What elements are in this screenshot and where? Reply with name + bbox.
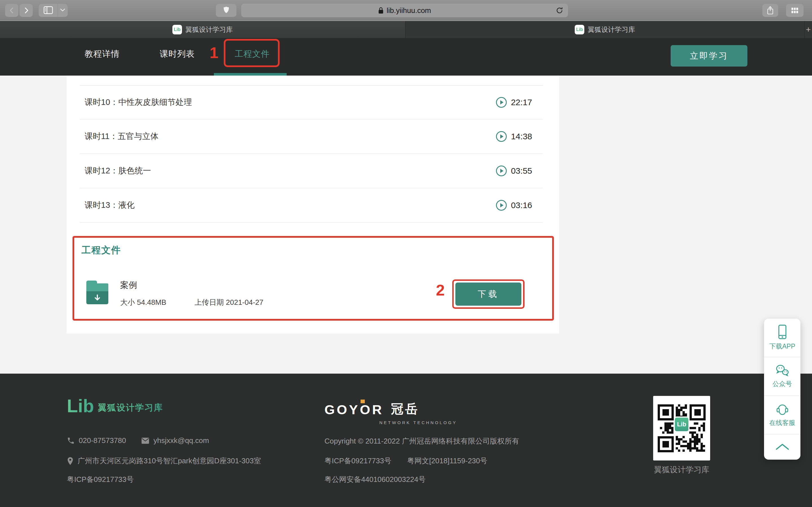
tab-overview-button[interactable] [786, 4, 804, 17]
play-icon[interactable] [496, 200, 507, 211]
floating-action-menu: 下载APP 公众号 在线客服 [764, 319, 801, 460]
lesson-duration: 14:38 [511, 132, 532, 141]
lesson-title: 课时10：中性灰皮肤细节处理 [85, 97, 192, 108]
download-button[interactable]: 下载 [455, 283, 522, 306]
site-footer: Lib 翼狐设计学习库 020-87573780 yhsjxxk@qq.com … [0, 374, 812, 507]
lock-icon [378, 7, 384, 14]
copyright-text: Copyright © 2011-2022 广州冠岳网络科技有限公司版权所有 [324, 436, 520, 446]
mail-icon [141, 437, 150, 444]
project-files-section: 工程文件 案例 大小 54.48MB 上传日期 2021-04-27 2 下载 [72, 236, 554, 321]
lesson-duration: 03:55 [511, 166, 532, 176]
goyor-logo-text: GOYOR [324, 402, 384, 417]
icp-text: 粤ICP备09217733号 [324, 456, 391, 466]
email-address: yhsjxxk@qq.com [154, 436, 209, 445]
phone-number: 020-87573780 [79, 436, 126, 445]
footer-address: 广州市天河区元岗路310号智汇park创意园D座301-303室 [67, 456, 261, 466]
fw-label: 公众号 [772, 380, 792, 388]
lesson-duration: 22:17 [511, 98, 532, 107]
shield-icon [223, 6, 230, 15]
active-tab-underline [214, 73, 287, 75]
site-header: 教程详情 课时列表 工程文件 1 立即学习 [0, 38, 812, 75]
tab-title: 翼狐设计学习库 [185, 25, 233, 34]
phone-icon [67, 437, 75, 445]
lesson-title: 课时12：肤色统一 [85, 165, 151, 176]
annotation-box-2: 下载 [452, 279, 525, 309]
browser-tab-2[interactable]: Lib 翼狐设计学习库 [405, 21, 805, 38]
partner-logo: GOYOR 冠岳 NETWORK TECHNOLOGY [324, 401, 457, 425]
footer-copyright: Copyright © 2011-2022 广州冠岳网络科技有限公司版权所有 [324, 436, 520, 446]
online-service-button[interactable]: 在线客服 [764, 396, 801, 435]
play-icon[interactable] [496, 131, 507, 142]
tab-lesson-list[interactable]: 课时列表 [160, 48, 195, 60]
back-button[interactable] [5, 4, 18, 17]
goyor-logo-cn: 冠岳 [391, 401, 419, 417]
wechat-official-button[interactable]: 公众号 [764, 357, 801, 396]
share-icon [767, 6, 774, 15]
reload-button[interactable] [555, 6, 563, 15]
footer-icp-left: 粤ICP备09217733号 [67, 474, 134, 485]
sidebar-button-group [39, 4, 68, 17]
learn-now-button[interactable]: 立即学习 [671, 45, 747, 66]
play-icon[interactable] [496, 97, 507, 108]
folder-download-icon [86, 281, 108, 304]
favicon-text: Lib [576, 27, 583, 32]
new-tab-button[interactable]: + [805, 21, 812, 38]
content-card: 课时10：中性灰皮肤细节处理 22:17 课时11：五官与立体 14:38 课时… [67, 75, 559, 334]
footer-email: yhsjxxk@qq.com [141, 436, 209, 445]
qr-caption: 翼狐设计学习库 [653, 464, 710, 475]
lesson-duration: 03:16 [511, 201, 532, 210]
lesson-row[interactable]: 课时10：中性灰皮肤细节处理 22:17 [80, 85, 543, 120]
file-name: 案例 [120, 279, 137, 291]
goyor-subtitle: NETWORK TECHNOLOGY [324, 420, 457, 425]
browser-toolbar: lib.yiihuu.com [0, 0, 812, 20]
qr-finder [658, 436, 674, 452]
fw-label: 下载APP [769, 342, 795, 351]
favicon: Lib [172, 25, 182, 35]
tab-course-details[interactable]: 教程详情 [85, 48, 120, 60]
forward-button[interactable] [19, 4, 33, 17]
lesson-row[interactable]: 课时11：五官与立体 14:38 [80, 120, 543, 154]
lesson-title: 课时11：五官与立体 [85, 131, 159, 142]
annotation-step-1: 1 [210, 45, 218, 61]
back-to-top-button[interactable] [764, 435, 801, 459]
lesson-row[interactable]: 课时13：液化 03:16 [80, 188, 543, 223]
location-pin-icon [67, 457, 74, 465]
footer-logo: Lib 翼狐设计学习库 [67, 398, 163, 414]
chevron-down-icon [60, 8, 65, 13]
tab-title: 翼狐设计学习库 [588, 25, 635, 34]
chevron-left-icon [8, 6, 15, 15]
address-bar[interactable]: lib.yiihuu.com [241, 4, 568, 17]
qr-finder [690, 404, 706, 420]
lib-logo: Lib [67, 398, 94, 414]
download-app-button[interactable]: 下载APP [764, 319, 801, 357]
footer-phone: 020-87573780 [67, 436, 126, 445]
fw-label: 在线客服 [769, 418, 795, 427]
annotation-box-1 [224, 39, 280, 67]
browser-tab-1[interactable]: Lib 翼狐设计学习库 [0, 21, 405, 38]
lesson-list: 课时10：中性灰皮肤细节处理 22:17 课时11：五官与立体 14:38 课时… [80, 85, 543, 223]
lib-logo-name: 翼狐设计学习库 [98, 402, 163, 414]
file-size: 大小 54.48MB [120, 297, 166, 307]
qr-finder [658, 404, 674, 420]
sidebar-icon [44, 6, 53, 15]
favicon: Lib [575, 25, 584, 35]
annotation-step-2: 2 [436, 282, 445, 298]
tab-bar: Lib 翼狐设计学习库 Lib 翼狐设计学习库 + [0, 21, 812, 38]
section-title: 工程文件 [82, 244, 121, 257]
security-record-text: 粤公网安备44010602003224号 [324, 474, 426, 485]
lesson-title: 课时13：液化 [85, 200, 134, 211]
qr-center-logo: Lib [674, 416, 690, 432]
sidebar-toggle-button[interactable] [39, 4, 58, 17]
privacy-report-button[interactable] [216, 4, 236, 17]
share-button[interactable] [762, 4, 778, 17]
goyor-accent-square [361, 400, 365, 403]
file-meta: 大小 54.48MB 上传日期 2021-04-27 [120, 297, 264, 307]
sidebar-dropdown-button[interactable] [58, 4, 67, 17]
page-background: 课时10：中性灰皮肤细节处理 22:17 课时11：五官与立体 14:38 课时… [0, 75, 812, 374]
footer-security-record: 粤公网安备44010602003224号 [324, 474, 426, 485]
play-icon[interactable] [496, 165, 507, 176]
qr-code-box: Lib [653, 396, 710, 460]
headset-icon [775, 403, 790, 416]
phone-icon [776, 325, 788, 339]
lesson-row[interactable]: 课时12：肤色统一 03:55 [80, 154, 543, 188]
